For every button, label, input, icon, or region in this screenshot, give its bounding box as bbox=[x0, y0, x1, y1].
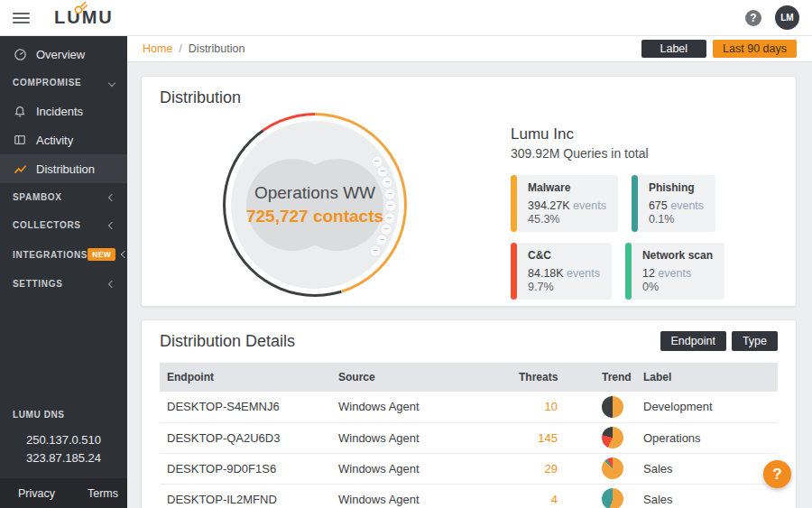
cell-endpoint: DESKTOP-9D0F1S6 bbox=[160, 453, 331, 484]
trending-up-icon bbox=[13, 162, 27, 176]
gauge-value: 725,727 contacts bbox=[246, 207, 383, 226]
chevron-left-icon bbox=[121, 251, 128, 258]
sidebar-footer: Privacy Terms bbox=[0, 478, 127, 508]
trend-pie-chart bbox=[602, 396, 623, 418]
trend-pie-chart bbox=[602, 427, 623, 448]
cell-label: Sales bbox=[635, 484, 778, 508]
stat-card-network-scan[interactable]: Network scan 12 events 0% bbox=[625, 243, 724, 300]
org-total-queries: 309.92M Queries in total bbox=[511, 146, 778, 161]
stat-color-bar bbox=[632, 175, 638, 232]
stat-card-malware[interactable]: Malware 394.27K events 45.3% bbox=[511, 175, 618, 232]
user-avatar[interactable]: LM bbox=[775, 5, 799, 30]
table-header-row: Endpoint Source Threats Trend Label bbox=[160, 363, 778, 392]
sidebar-item-overview[interactable]: Overview bbox=[0, 40, 127, 69]
bell-icon bbox=[13, 104, 27, 118]
cell-label: Sales bbox=[635, 453, 778, 484]
label-button[interactable]: Label bbox=[641, 40, 707, 58]
columns-icon bbox=[13, 133, 27, 147]
breadcrumb-current: Distribution bbox=[189, 42, 245, 55]
type-toggle-button[interactable]: Type bbox=[732, 331, 778, 351]
breadcrumb-bar: Home / Distribution Label Last 90 days bbox=[127, 36, 812, 62]
col-header-trend[interactable]: Trend bbox=[579, 363, 635, 392]
cell-threats: 29 bbox=[512, 453, 579, 484]
lumu-logo: LUMU bbox=[54, 7, 114, 28]
distribution-gauge[interactable]: Operations WW 725,727 contacts bbox=[223, 113, 407, 297]
trend-pie-chart bbox=[602, 488, 623, 508]
trend-pie-chart bbox=[602, 457, 623, 479]
sidebar-section-compromise[interactable]: COMPROMISE bbox=[0, 69, 127, 97]
cell-source: Windows Agent bbox=[331, 392, 512, 422]
cell-label: Development bbox=[635, 392, 778, 422]
sidebar-section-spambox[interactable]: SPAMBOX bbox=[0, 183, 127, 211]
cell-endpoint: DESKTOP-S4EMNJ6 bbox=[160, 392, 331, 422]
cell-threats: 4 bbox=[512, 484, 579, 508]
cell-source: Windows Agent bbox=[331, 453, 512, 484]
breadcrumb-home[interactable]: Home bbox=[143, 42, 172, 55]
chevron-left-icon bbox=[108, 280, 115, 287]
cell-threats: 10 bbox=[512, 392, 579, 422]
top-bar: LUMU ? LM bbox=[0, 0, 812, 36]
sidebar-section-collectors[interactable]: COLLECTORS bbox=[0, 211, 127, 239]
chevron-down-icon bbox=[108, 79, 115, 86]
endpoint-toggle-button[interactable]: Endpoint bbox=[660, 331, 726, 351]
stat-color-bar bbox=[625, 243, 632, 300]
col-header-threats[interactable]: Threats bbox=[512, 363, 579, 392]
table-row[interactable]: DESKTOP-QA2U6D3 Windows Agent 145 Operat… bbox=[160, 422, 778, 453]
col-header-endpoint[interactable]: Endpoint bbox=[160, 363, 331, 392]
distribution-card-title: Distribution bbox=[160, 88, 778, 107]
help-icon[interactable]: ? bbox=[745, 10, 761, 26]
distribution-card: Distribution Operations WW 725,727 conta… bbox=[141, 76, 797, 307]
distribution-details-card: Distribution Details Endpoint Type Endpo… bbox=[141, 319, 797, 508]
table-row[interactable]: DESKTOP-S4EMNJ6 Windows Agent 10 Develop… bbox=[160, 392, 778, 422]
comet-icon bbox=[72, 1, 88, 15]
sidebar: Overview COMPROMISE Incidents Activity D… bbox=[0, 36, 127, 508]
stat-card-cc[interactable]: C&C 84.18K events 9.7% bbox=[511, 243, 612, 300]
col-header-source[interactable]: Source bbox=[331, 363, 512, 392]
sidebar-item-activity[interactable]: Activity bbox=[0, 125, 127, 154]
gauge-label: Operations WW bbox=[254, 183, 375, 203]
breadcrumb-separator: / bbox=[179, 42, 181, 55]
stat-cards: Malware 394.27K events 45.3% Phishing 67… bbox=[511, 175, 778, 307]
main-content: Distribution Operations WW 725,727 conta… bbox=[127, 62, 812, 508]
gauge-center-text: Operations WW 725,727 contacts bbox=[223, 113, 407, 297]
cell-source: Windows Agent bbox=[331, 422, 512, 453]
cell-endpoint: DESKTOP-QA2U6D3 bbox=[160, 422, 331, 453]
terms-link[interactable]: Terms bbox=[88, 487, 118, 500]
details-card-title: Distribution Details bbox=[160, 332, 295, 351]
help-fab-button[interactable]: ? bbox=[763, 460, 791, 488]
col-header-label[interactable]: Label bbox=[635, 363, 778, 392]
details-table: Endpoint Source Threats Trend Label DESK… bbox=[160, 363, 778, 508]
gauge-icon bbox=[13, 47, 27, 61]
privacy-link[interactable]: Privacy bbox=[18, 487, 55, 500]
sidebar-item-distribution[interactable]: Distribution bbox=[0, 154, 127, 183]
cell-label: Operations bbox=[635, 422, 778, 453]
chevron-left-icon bbox=[108, 221, 115, 228]
stat-color-bar bbox=[511, 243, 517, 300]
table-row[interactable]: DESKTOP-9D0F1S6 Windows Agent 29 Sales bbox=[160, 453, 778, 484]
date-range-button[interactable]: Last 90 days bbox=[713, 40, 797, 58]
cell-threats: 145 bbox=[512, 422, 579, 453]
cell-source: Windows Agent bbox=[331, 484, 512, 508]
dns-ip: 250.137.0.510 bbox=[0, 431, 127, 449]
sidebar-section-settings[interactable]: SETTINGS bbox=[0, 270, 127, 298]
hamburger-menu-icon[interactable] bbox=[13, 13, 30, 23]
stat-color-bar bbox=[511, 175, 517, 232]
dns-ip: 323.87.185.24 bbox=[0, 449, 127, 467]
sidebar-item-incidents[interactable]: Incidents bbox=[0, 97, 127, 125]
dns-ip-list: 250.137.0.510 323.87.185.24 bbox=[0, 431, 127, 467]
cell-endpoint: DESKTOP-IL2MFND bbox=[160, 484, 331, 508]
sidebar-section-integrations[interactable]: INTEGRATIONS NEW bbox=[0, 239, 127, 270]
stat-card-phishing[interactable]: Phishing 675 events 0.1% bbox=[632, 175, 715, 232]
org-name: Lumu Inc bbox=[511, 125, 778, 143]
table-row[interactable]: DESKTOP-IL2MFND Windows Agent 4 Sales bbox=[160, 484, 778, 508]
chevron-left-icon bbox=[108, 193, 115, 200]
org-summary: Lumu Inc 309.92M Queries in total Malwar… bbox=[511, 113, 778, 307]
lumu-dns-label: LUMU DNS bbox=[13, 410, 65, 420]
new-badge: NEW bbox=[88, 248, 115, 261]
